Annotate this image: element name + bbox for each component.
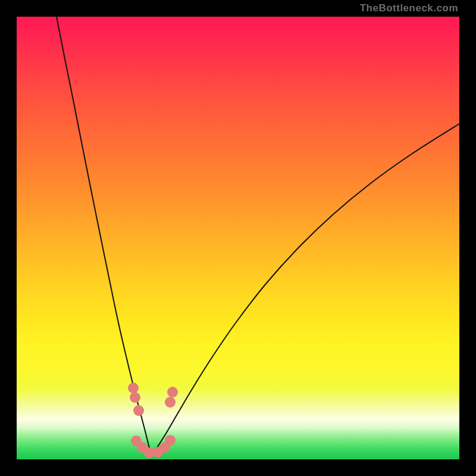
attribution-text: TheBottleneck.com — [360, 2, 458, 14]
curve-layer — [17, 17, 459, 459]
chart-frame: TheBottleneck.com — [0, 0, 476, 476]
valley-marker — [165, 397, 176, 408]
valley-marker — [165, 435, 176, 446]
valley-marker — [130, 392, 140, 403]
right-curve — [151, 124, 459, 455]
valley-marker — [167, 387, 178, 397]
valley-marker — [128, 383, 139, 393]
valley-marker — [133, 405, 144, 416]
plot-area — [17, 17, 459, 459]
